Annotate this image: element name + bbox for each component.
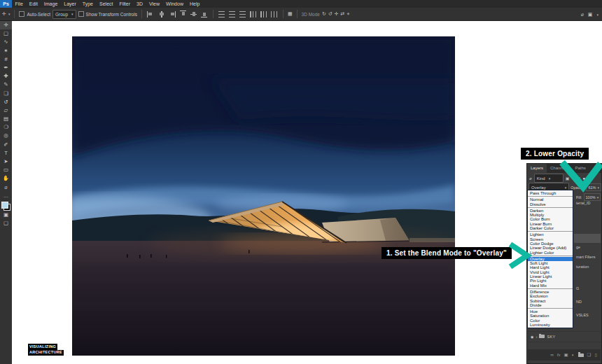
menu-item[interactable]: Help: [186, 0, 202, 8]
tool-clone-stamp-icon[interactable]: ❏: [0, 90, 12, 98]
blend-mode-option[interactable]: Linear Dodge (Add): [528, 246, 573, 250]
tool-pen-icon[interactable]: ✐: [0, 141, 12, 149]
divider: [528, 207, 573, 208]
expand-chevron-icon[interactable]: ›: [536, 335, 537, 339]
align-center-vertical-icon[interactable]: [190, 11, 197, 18]
align-center-horizontal-icon[interactable]: [158, 11, 164, 18]
tool-spot-healing-icon[interactable]: ✚: [0, 72, 12, 80]
layer-mask-icon[interactable]: ▣: [564, 349, 568, 360]
screen-mode-icon[interactable]: ▢: [0, 219, 12, 227]
distribute-horizontal-icon[interactable]: [271, 11, 277, 18]
stack-icon[interactable]: ▦: [288, 10, 293, 18]
chevron-down-icon: ▾: [549, 176, 551, 181]
align-right-icon[interactable]: [169, 11, 176, 18]
new-layer-icon[interactable]: ❏: [587, 349, 592, 360]
adjustment-layer-icon[interactable]: ◐: [572, 349, 575, 360]
menu-item[interactable]: Layer: [61, 0, 80, 8]
workspace-switcher-icon[interactable]: ▣: [588, 11, 593, 18]
tool-gradient-icon[interactable]: ▤: [0, 115, 12, 123]
menu-item[interactable]: 3D: [134, 0, 146, 8]
blend-mode-option[interactable]: Darker Color: [528, 226, 573, 230]
3d-slide-icon[interactable]: ⇄: [341, 10, 345, 18]
tool-rectangle-shape-icon[interactable]: ▭: [0, 166, 12, 174]
group-name[interactable]: SKY: [547, 335, 555, 339]
3d-roll-icon[interactable]: ↺: [328, 10, 332, 18]
blend-mode-option[interactable]: Lighter Color: [528, 251, 573, 255]
visibility-eye-icon[interactable]: ◉: [531, 335, 533, 339]
distribute-horizontal-icon[interactable]: [250, 11, 256, 18]
menu-item[interactable]: Type: [79, 0, 96, 8]
tool-move-icon[interactable]: ✛: [0, 21, 12, 29]
distribute-vertical-icon[interactable]: [229, 11, 235, 18]
tool-history-brush-icon[interactable]: ↺: [0, 98, 12, 106]
menu-item[interactable]: Edit: [26, 0, 41, 8]
blend-mode-option[interactable]: Dissolve: [528, 202, 573, 206]
menu-bar: Ps File Edit Image Layer Type Select Fil…: [0, 0, 602, 8]
tool-zoom-icon[interactable]: ⌀: [0, 183, 12, 192]
auto-select-checkbox[interactable]: [19, 11, 24, 17]
menu-item[interactable]: Window: [163, 0, 187, 8]
document-canvas[interactable]: [72, 36, 455, 356]
chevron-down-icon[interactable]: ▾: [8, 12, 10, 16]
layer-name-fragment[interactable]: ND: [576, 300, 582, 304]
tool-brush-icon[interactable]: ✎: [0, 80, 12, 89]
delete-layer-icon[interactable]: ▯: [594, 349, 597, 360]
blend-mode-option[interactable]: Hard Mix: [528, 284, 573, 288]
tool-type-icon[interactable]: T: [0, 149, 12, 158]
tool-path-selection-icon[interactable]: ➤: [0, 158, 12, 166]
layer-name-fragment[interactable]: VSLES: [576, 313, 589, 317]
link-layers-icon[interactable]: ∞: [550, 349, 554, 360]
layer-name-fragment[interactable]: G: [576, 286, 579, 290]
tool-blur-icon[interactable]: ❍: [0, 123, 12, 132]
layer-name-fragment[interactable]: terial_ID: [576, 201, 590, 205]
quick-mask-icon[interactable]: ▣: [0, 211, 12, 219]
align-bottom-icon[interactable]: [201, 10, 207, 18]
tool-lasso-icon[interactable]: ∿: [0, 38, 12, 46]
menu-item[interactable]: Select: [97, 0, 116, 8]
divider: [14, 10, 15, 18]
auto-select-scope-select[interactable]: Group ▾: [52, 10, 76, 19]
foreground-color-swatch[interactable]: [1, 202, 8, 209]
menu-item[interactable]: View: [146, 0, 163, 8]
distribute-vertical-icon[interactable]: [239, 11, 246, 18]
search-icon[interactable]: ⌀: [581, 11, 584, 18]
auto-select-scope-value: Group: [55, 12, 68, 17]
panel-bottom-bar: ∞ fx ▣ ◐ ❏ ▯: [528, 349, 601, 360]
tool-hand-icon[interactable]: ✋: [0, 174, 12, 183]
menu-item[interactable]: Filter: [116, 0, 134, 8]
menu-item[interactable]: Image: [41, 0, 60, 8]
distribute-vertical-icon[interactable]: [218, 11, 225, 18]
smart-filters-fragment[interactable]: mart Filters: [576, 255, 596, 259]
selected-layer-highlight[interactable]: [574, 234, 601, 243]
tool-crop-icon[interactable]: #: [0, 55, 12, 64]
tool-eraser-icon[interactable]: ▱: [0, 106, 12, 115]
tool-eyedropper-icon[interactable]: ✒: [0, 64, 12, 72]
blend-mode-option[interactable]: Divide: [528, 303, 573, 307]
align-left-icon[interactable]: [147, 11, 154, 18]
layer-style-fx-icon[interactable]: fx: [557, 353, 561, 357]
tool-dodge-icon[interactable]: ◎: [0, 132, 12, 140]
architecture-render-image: [72, 36, 455, 356]
new-group-icon[interactable]: [578, 354, 584, 357]
photoshop-logo: Ps: [0, 0, 12, 8]
distribute-horizontal-icon[interactable]: [260, 11, 267, 18]
tool-magic-wand-icon[interactable]: ✶: [0, 47, 12, 55]
fill-input[interactable]: 100% ▾: [584, 193, 601, 201]
menu-item[interactable]: File: [12, 0, 26, 8]
chevron-down-icon: ▾: [71, 12, 74, 16]
show-transform-checkbox[interactable]: [78, 11, 84, 17]
adjustment-layer-fragment[interactable]: turation: [576, 265, 589, 269]
watermark-line2: ARCHITECTURE: [28, 350, 64, 356]
color-swatches[interactable]: [1, 202, 10, 211]
chevron-down-icon: ▾: [597, 195, 599, 200]
3d-pan-icon[interactable]: ✛: [335, 10, 339, 18]
layer-group-row[interactable]: ◉ › SKY: [528, 331, 601, 342]
3d-orbit-icon[interactable]: ↻: [322, 10, 326, 18]
edit-toolbar-icon[interactable]: …: [0, 192, 12, 200]
blend-mode-option[interactable]: Luminosity: [528, 323, 573, 327]
tab-layers[interactable]: Layers: [527, 164, 547, 173]
3d-camera-icon[interactable]: ⌖: [346, 10, 349, 18]
tool-rect-marquee-icon[interactable]: ▢: [0, 29, 12, 38]
layer-name-fragment[interactable]: ge: [576, 245, 580, 249]
align-top-icon[interactable]: [180, 10, 186, 18]
